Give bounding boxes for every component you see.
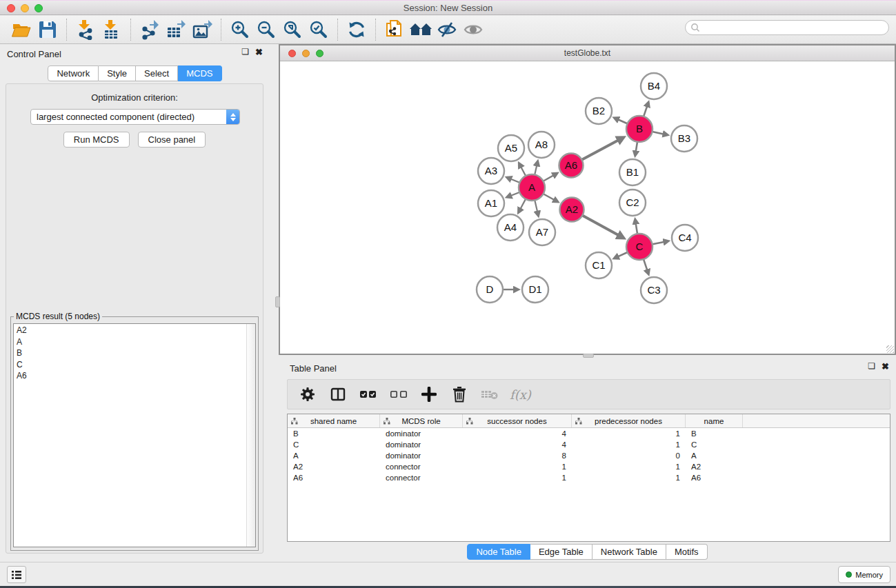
- resize-grip-icon[interactable]: [886, 345, 894, 353]
- tab-motifs[interactable]: Motifs: [666, 544, 708, 560]
- graph-node-C1[interactable]: C1: [586, 252, 612, 278]
- minimize-window-icon[interactable]: [21, 4, 29, 12]
- close-network-icon[interactable]: [288, 50, 296, 57]
- tab-network-table[interactable]: Network Table: [593, 544, 666, 560]
- graph-node-A7[interactable]: A7: [529, 219, 555, 245]
- close-table-panel-icon[interactable]: ✖: [882, 361, 889, 372]
- graph-node-C3[interactable]: C3: [641, 277, 667, 303]
- function-builder-icon[interactable]: f(x): [510, 387, 531, 402]
- save-session-icon[interactable]: [34, 18, 61, 41]
- mcds-list-scrollbar[interactable]: [246, 324, 255, 547]
- network-window-titlebar[interactable]: testGlobe.txt: [280, 45, 895, 61]
- deselect-all-icon[interactable]: [388, 384, 409, 405]
- home-icon[interactable]: [408, 18, 434, 41]
- table-row[interactable]: Bdominator41B: [288, 428, 890, 439]
- float-table-panel-icon[interactable]: ❏: [868, 361, 875, 372]
- svg-text:A: A: [528, 181, 535, 193]
- open-session-icon[interactable]: [8, 18, 34, 41]
- column-header-MCDS-role[interactable]: MCDS role: [380, 414, 463, 427]
- column-header-predecessor-nodes[interactable]: predecessor nodes: [572, 414, 686, 427]
- table-row[interactable]: A2connector11A2: [288, 461, 890, 472]
- select-all-icon[interactable]: [358, 384, 379, 405]
- close-panel-icon[interactable]: ✖: [255, 47, 263, 57]
- graph-node-A[interactable]: A: [519, 174, 545, 201]
- delete-column-icon[interactable]: [449, 384, 470, 405]
- column-header-shared-name[interactable]: shared name: [288, 414, 380, 427]
- graph-node-C2[interactable]: C2: [619, 190, 646, 216]
- task-history-button[interactable]: [7, 566, 26, 583]
- close-window-icon[interactable]: [7, 4, 15, 12]
- graph-node-B1[interactable]: B1: [619, 159, 646, 185]
- refresh-icon[interactable]: [344, 18, 370, 41]
- graph-node-A8[interactable]: A8: [528, 132, 555, 158]
- settings-gear-icon[interactable]: [297, 384, 318, 405]
- mcds-result-item[interactable]: B: [14, 347, 246, 359]
- criterion-dropdown[interactable]: largest connected component (directed): [30, 109, 240, 125]
- table-row[interactable]: A6connector11A6: [288, 472, 890, 483]
- mcds-result-item[interactable]: A: [14, 336, 246, 348]
- delete-table-icon[interactable]: [479, 384, 500, 405]
- network-canvas[interactable]: B4B2BB3A8A5A6A3B1AC2A1A2A4A7C4CC1C3DD1: [280, 62, 895, 354]
- graph-node-B2[interactable]: B2: [586, 98, 612, 124]
- graph-node-A3[interactable]: A3: [478, 158, 504, 184]
- search-input[interactable]: [700, 21, 888, 34]
- graph-node-C4[interactable]: C4: [672, 225, 698, 251]
- graph-node-A5[interactable]: A5: [498, 135, 524, 161]
- vertical-splitter-handle[interactable]: [275, 296, 280, 307]
- svg-text:C4: C4: [678, 232, 691, 243]
- zoom-window-icon[interactable]: [34, 4, 43, 12]
- graph-node-B4[interactable]: B4: [641, 73, 667, 99]
- add-column-icon[interactable]: [419, 384, 439, 405]
- traffic-lights: [7, 4, 43, 12]
- duplicate-network-icon[interactable]: [381, 18, 408, 41]
- hide-panel-icon[interactable]: [434, 18, 460, 41]
- column-header-name[interactable]: name: [686, 414, 743, 427]
- graph-node-D1[interactable]: D1: [522, 276, 548, 303]
- mcds-result-item[interactable]: A6: [14, 370, 246, 382]
- show-panel-icon[interactable]: [460, 18, 486, 41]
- mcds-result-item[interactable]: C: [14, 359, 246, 371]
- search-field[interactable]: [685, 20, 889, 35]
- zoom-fit-icon[interactable]: [279, 18, 306, 41]
- graph-node-D[interactable]: D: [477, 276, 503, 303]
- column-view-icon[interactable]: [328, 384, 348, 405]
- import-table-icon[interactable]: [99, 18, 125, 41]
- tab-node-table[interactable]: Node Table: [467, 544, 530, 560]
- export-image-icon[interactable]: [189, 18, 215, 41]
- graph-node-B3[interactable]: B3: [671, 125, 697, 152]
- zoom-network-icon[interactable]: [316, 50, 323, 57]
- graph-node-A6[interactable]: A6: [559, 154, 584, 178]
- close-panel-button[interactable]: Close panel: [138, 132, 206, 148]
- memory-button[interactable]: Memory: [838, 566, 890, 583]
- table-row[interactable]: Adominator80A: [288, 450, 890, 461]
- graph-node-A2[interactable]: A2: [560, 198, 584, 222]
- mcds-result-item[interactable]: A2: [14, 325, 246, 336]
- tab-mcds[interactable]: MCDS: [178, 65, 221, 81]
- horizontal-splitter-handle[interactable]: [583, 354, 594, 358]
- zoom-selected-icon[interactable]: [306, 18, 332, 41]
- table-row[interactable]: Cdominator41C: [288, 439, 890, 450]
- run-mcds-button[interactable]: Run MCDS: [63, 132, 130, 148]
- zoom-out-icon[interactable]: [253, 18, 279, 41]
- zoom-in-icon[interactable]: [227, 18, 253, 41]
- export-table-icon[interactable]: [163, 18, 189, 41]
- import-network-icon[interactable]: [72, 18, 99, 41]
- svg-text:D1: D1: [528, 283, 541, 295]
- table-cell: dominator: [380, 452, 463, 460]
- tab-select[interactable]: Select: [136, 65, 178, 81]
- export-network-icon[interactable]: [137, 18, 163, 41]
- mcds-result-list[interactable]: A2ABCA6: [13, 323, 256, 547]
- graph-edge-C-C4: [652, 242, 664, 245]
- tab-style[interactable]: Style: [99, 65, 136, 81]
- graph-node-A1[interactable]: A1: [478, 190, 504, 216]
- minimize-network-icon[interactable]: [302, 50, 310, 57]
- graph-node-C[interactable]: C: [626, 234, 653, 260]
- graph-node-B[interactable]: B: [626, 116, 653, 142]
- graph-node-A4[interactable]: A4: [497, 214, 524, 241]
- window-title: Session: New Session: [404, 3, 492, 13]
- graph-edge-C-C2: [636, 224, 637, 235]
- tab-network[interactable]: Network: [48, 65, 99, 81]
- tab-edge-table[interactable]: Edge Table: [530, 544, 593, 560]
- float-panel-icon[interactable]: ❏: [241, 47, 249, 57]
- column-header-successor-nodes[interactable]: successor nodes: [463, 414, 572, 427]
